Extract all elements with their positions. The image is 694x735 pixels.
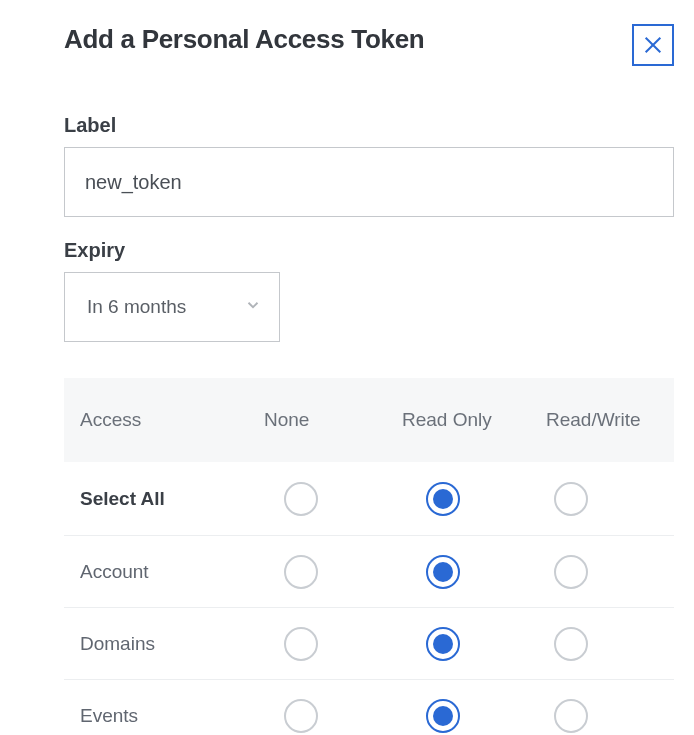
table-row-domains: Domains: [64, 608, 674, 680]
radio-account-readwrite[interactable]: [554, 555, 588, 589]
expiry-form-group: Expiry In 6 months: [64, 239, 674, 342]
label-form-group: Label: [64, 114, 674, 217]
radio-select-all-readonly[interactable]: [426, 482, 460, 516]
header-none: None: [264, 409, 402, 431]
modal-title: Add a Personal Access Token: [64, 24, 424, 55]
radio-events-readonly[interactable]: [426, 699, 460, 733]
label-field-label: Label: [64, 114, 674, 137]
expiry-select-wrapper: In 6 months: [64, 272, 280, 342]
modal-header: Add a Personal Access Token: [64, 24, 674, 66]
expiry-select[interactable]: In 6 months: [64, 272, 280, 342]
table-header-row: Access None Read Only Read/Write: [64, 378, 674, 462]
radio-select-all-none[interactable]: [284, 482, 318, 516]
table-row-select-all: Select All: [64, 462, 674, 536]
row-label-account: Account: [80, 561, 264, 583]
radio-domains-readwrite[interactable]: [554, 627, 588, 661]
radio-select-all-readwrite[interactable]: [554, 482, 588, 516]
close-button[interactable]: [632, 24, 674, 66]
radio-account-none[interactable]: [284, 555, 318, 589]
row-label-domains: Domains: [80, 633, 264, 655]
expiry-select-value: In 6 months: [87, 296, 186, 318]
radio-account-readonly[interactable]: [426, 555, 460, 589]
row-label-events: Events: [80, 705, 264, 727]
close-icon: [642, 34, 664, 56]
radio-events-none[interactable]: [284, 699, 318, 733]
access-table: Access None Read Only Read/Write Select …: [64, 378, 674, 735]
header-access: Access: [80, 409, 264, 431]
header-readwrite: Read/Write: [546, 409, 658, 431]
radio-events-readwrite[interactable]: [554, 699, 588, 733]
radio-domains-readonly[interactable]: [426, 627, 460, 661]
label-input[interactable]: [64, 147, 674, 217]
table-row-events: Events: [64, 680, 674, 735]
expiry-field-label: Expiry: [64, 239, 674, 262]
row-label-select-all: Select All: [80, 488, 264, 510]
add-token-modal: Add a Personal Access Token Label Expiry…: [0, 0, 694, 735]
header-readonly: Read Only: [402, 409, 546, 431]
table-row-account: Account: [64, 536, 674, 608]
radio-domains-none[interactable]: [284, 627, 318, 661]
